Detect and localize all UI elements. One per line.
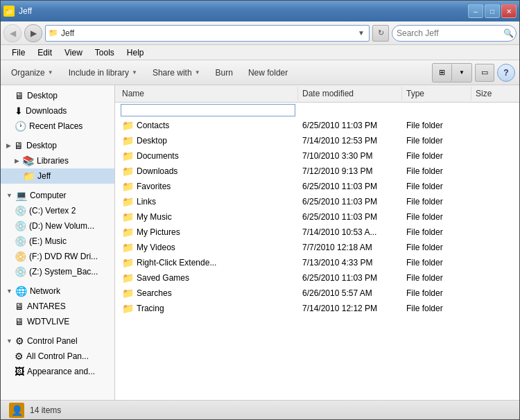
sidebar-item-desktop-2[interactable]: ▶ 🖥 Desktop [1, 138, 114, 153]
sidebar-item-recent-places[interactable]: 🕐 Recent Places [1, 119, 114, 134]
file-date-desktop: 7/14/2010 12:53 PM [298, 134, 402, 147]
file-type-favorites: File folder [402, 180, 471, 193]
file-date-savedgames: 6/25/2010 11:03 PM [298, 272, 402, 284]
file-date-tracing: 7/14/2010 12:12 PM [298, 302, 402, 315]
table-row[interactable]: 📁 Saved Games 6/25/2010 11:03 PM File fo… [115, 270, 519, 286]
organize-button[interactable]: Organize ▼ [5, 63, 60, 82]
sidebar-item-desktop-1[interactable]: 🖥 Desktop [1, 88, 114, 103]
file-date-links: 6/25/2010 11:03 PM [298, 195, 402, 208]
z-drive-icon: 💿 [15, 266, 26, 277]
sidebar-item-z-drive[interactable]: 💿 (Z:) System_Bac... [1, 264, 114, 279]
appearance-icon: 🖼 [15, 366, 24, 377]
sidebar-item-wdtvlive[interactable]: 🖥 WDTVLIVE [1, 314, 114, 329]
sidebar-item-appearance[interactable]: 🖼 Appearance and... [1, 364, 114, 379]
file-name-downloads: 📁 Downloads [118, 164, 298, 178]
sidebar-label-antares: ANTARES [27, 301, 66, 311]
sidebar-item-libraries[interactable]: ▶ 📚 Libraries [1, 153, 114, 168]
sidebar-label-all-control: All Control Pan... [26, 351, 89, 361]
menu-tools[interactable]: Tools [89, 46, 120, 59]
table-row[interactable]: 📁 Contacts 6/25/2010 11:03 PM File folde… [115, 118, 519, 133]
sidebar-item-f-drive[interactable]: 📀 (F:) DVD RW Dri... [1, 249, 114, 264]
view-dropdown-button[interactable]: ▼ [452, 64, 471, 82]
file-label-myvideos: My Videos [137, 243, 175, 252]
file-label-documents: Documents [137, 151, 179, 161]
table-row[interactable]: 📁 Links 6/25/2010 11:03 PM File folder [115, 194, 519, 209]
sidebar-label-d-drive: (D:) New Volum... [29, 221, 94, 231]
new-folder-button[interactable]: New folder [242, 63, 294, 82]
menu-file[interactable]: File [6, 46, 31, 59]
file-list: 📁 Contacts 6/25/2010 11:03 PM File folde… [115, 103, 519, 400]
file-name-mypictures: 📁 My Pictures [118, 225, 298, 239]
table-row[interactable]: 📁 Right-Click Extende... 7/13/2010 4:33 … [115, 255, 519, 270]
col-size[interactable]: Size [471, 87, 519, 100]
table-row[interactable]: 📁 Documents 7/10/2010 3:30 PM File folde… [115, 148, 519, 164]
menu-edit[interactable]: Edit [32, 46, 58, 59]
new-folder-label: New folder [248, 68, 288, 78]
search-bar[interactable]: 🔍 [392, 25, 517, 42]
d-drive-icon: 💿 [15, 220, 26, 231]
include-library-button[interactable]: Include in library ▼ [62, 63, 144, 82]
folder-icon-mymusic: 📁 [122, 211, 134, 222]
file-label-favorites: Favorites [137, 182, 171, 191]
sidebar-item-jeff[interactable]: 📁 Jeff [1, 168, 114, 184]
address-dropdown-arrow[interactable]: ▼ [356, 29, 366, 37]
file-type-mypictures: File folder [402, 226, 471, 238]
view-mode-button[interactable]: ⊞ [433, 64, 452, 82]
table-row[interactable]: 📁 My Pictures 7/14/2010 10:53 A... File … [115, 225, 519, 240]
network-expand-icon: ▼ [6, 288, 12, 295]
sidebar-item-e-drive[interactable]: 💿 (E:) Music [1, 234, 114, 249]
libraries-icon: 📚 [22, 155, 34, 166]
sidebar-item-network[interactable]: ▼ 🌐 Network [1, 283, 114, 299]
library-dropdown-icon: ▼ [132, 69, 137, 76]
address-bar[interactable]: 📁 Jeff ▼ [45, 25, 370, 42]
table-row[interactable]: 📁 My Music 6/25/2010 11:03 PM File folde… [115, 209, 519, 225]
sidebar-label-control-panel: Control Panel [27, 336, 78, 346]
back-button[interactable]: ◀ [3, 24, 21, 42]
menu-view[interactable]: View [59, 46, 88, 59]
table-row[interactable]: 📁 Tracing 7/14/2010 12:12 PM File folder [115, 301, 519, 316]
refresh-button[interactable]: ↻ [372, 25, 389, 42]
table-row[interactable]: 📁 Favorites 6/25/2010 11:03 PM File fold… [115, 179, 519, 194]
c-drive-icon: 💿 [15, 205, 26, 216]
minimize-button[interactable]: – [468, 4, 483, 18]
sidebar-item-downloads[interactable]: ⬇ Downloads [1, 103, 114, 119]
help-button[interactable]: ? [497, 64, 515, 82]
burn-button[interactable]: Burn [209, 63, 239, 82]
close-button[interactable]: ✕ [501, 4, 517, 18]
file-date-contacts: 6/25/2010 11:03 PM [298, 119, 402, 132]
maximize-button[interactable]: □ [485, 4, 500, 18]
sidebar-item-all-control[interactable]: ⚙ All Control Pan... [1, 349, 114, 364]
sidebar-item-computer[interactable]: ▼ 💻 Computer [1, 188, 114, 203]
file-name-tracing: 📁 Tracing [118, 301, 298, 315]
file-size-rightclick [471, 261, 519, 264]
computer-expand-icon: ▼ [6, 192, 12, 199]
file-name-searches: 📁 Searches [118, 286, 298, 300]
recent-places-icon: 🕐 [15, 121, 26, 132]
preview-pane-button[interactable]: ▭ [475, 64, 494, 82]
file-type-desktop: File folder [402, 134, 471, 147]
new-name-input[interactable] [121, 104, 295, 116]
col-name[interactable]: Name [118, 87, 298, 100]
sidebar-item-c-drive[interactable]: 💿 (C:) Vertex 2 [1, 203, 114, 218]
col-type[interactable]: Type [402, 87, 471, 100]
share-with-button[interactable]: Share with ▼ [146, 63, 207, 82]
file-type-links: File folder [402, 195, 471, 208]
table-row[interactable]: 📁 My Videos 7/7/2010 12:18 AM File folde… [115, 240, 519, 255]
file-label-searches: Searches [137, 288, 172, 298]
menu-help[interactable]: Help [121, 46, 150, 59]
table-row[interactable]: 📁 Searches 6/26/2010 5:57 AM File folder [115, 286, 519, 301]
file-type-downloads: File folder [402, 165, 471, 177]
table-row[interactable]: 📁 Desktop 7/14/2010 12:53 PM File folder [115, 133, 519, 148]
file-date-myvideos: 7/7/2010 12:18 AM [298, 241, 402, 254]
sidebar-label-wdtvlive: WDTVLIVE [27, 317, 69, 326]
file-size-documents [471, 155, 519, 157]
sidebar-item-d-drive[interactable]: 💿 (D:) New Volum... [1, 218, 114, 234]
file-size-contacts [471, 124, 519, 127]
table-row[interactable]: 📁 Downloads 7/12/2010 9:13 PM File folde… [115, 164, 519, 179]
sidebar-item-control-panel[interactable]: ▼ ⚙ Control Panel [1, 333, 114, 349]
sidebar-item-antares[interactable]: 🖥 ANTARES [1, 299, 114, 314]
col-date[interactable]: Date modified [298, 87, 402, 100]
content-area: 🖥 Desktop ⬇ Downloads 🕐 Recent Places ▶ … [1, 85, 519, 400]
search-input[interactable] [397, 28, 501, 38]
forward-button[interactable]: ▶ [24, 24, 42, 42]
